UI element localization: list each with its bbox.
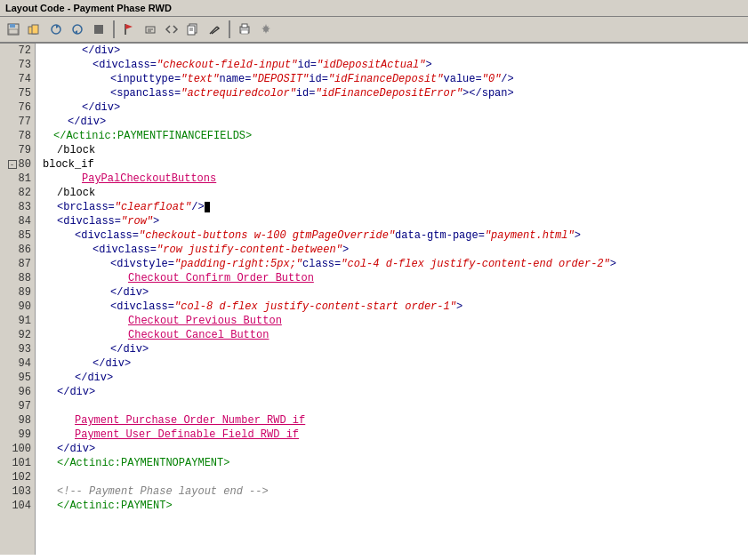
line-num-73: 73 [0, 58, 35, 72]
code-line-81: PayPalCheckoutButtons [36, 172, 748, 186]
val-value-74: "0" [482, 72, 502, 86]
save-button[interactable] [4, 20, 23, 39]
svg-marker-9 [125, 24, 133, 29]
attr-data-85: data-gtm-page= [395, 228, 485, 243]
val-class-90: "col-8 d-flex justify-content-start orde… [174, 300, 456, 314]
tag-div-close-93: </div> [110, 342, 149, 356]
title-bar: Layout Code - Payment Phase RWD [0, 0, 748, 17]
title-text: Layout Code - Payment Phase RWD [5, 3, 172, 13]
val-class-85: "checkout-buttons w-100 gtmPageOverride" [139, 228, 395, 243]
fold-icon-80[interactable]: - [8, 160, 17, 169]
line-num-84: 84 [0, 214, 35, 228]
code-line-101: </Actinic:PAYMENTNOPAYMENT> [36, 456, 748, 470]
val-id-75: "idFinanceDepositError" [315, 86, 462, 100]
svg-rect-4 [32, 25, 38, 34]
line-num-96: 96 [0, 385, 35, 399]
code-line-104: </Actinic:PAYMENT> [36, 499, 748, 513]
line-num-102: 102 [0, 470, 35, 484]
tag-close-75: ></span> [462, 86, 514, 100]
edit2-button[interactable] [162, 20, 181, 39]
separator-1 [113, 20, 115, 38]
line-numbers: 72 73 74 75 76 77 78 79 -80 81 82 83 84 … [0, 44, 36, 555]
print-button[interactable] [235, 20, 254, 39]
link-confirm-88[interactable]: Checkout Confirm Order Button [128, 271, 314, 285]
separator-2 [229, 20, 230, 38]
svg-rect-7 [94, 25, 103, 34]
line-num-75: 75 [0, 86, 35, 100]
val-class-86: "row justify-content-between" [157, 243, 342, 257]
flag-button[interactable] [119, 20, 139, 39]
code-line-82: /block [36, 186, 748, 200]
code-line-90: <div class="col-8 d-flex justify-content… [36, 300, 748, 314]
line-num-74: 74 [0, 72, 35, 86]
val-id-73: "idDepositActual" [317, 58, 425, 72]
attr-class-86: class= [118, 243, 157, 257]
code-line-93: </div> [36, 342, 748, 356]
val-data-85: "payment.html" [485, 228, 575, 243]
attr-class-75: class= [142, 86, 181, 100]
line-num-95: 95 [0, 371, 35, 385]
link-purchase-order-98[interactable]: Payment Purchase Order Number RWD if [75, 413, 305, 428]
link-previous-91[interactable]: Checkout Previous Button [128, 314, 282, 328]
step-button[interactable] [89, 20, 109, 39]
attr-id-73: id= [297, 58, 317, 72]
line-num-88: 88 [0, 271, 35, 285]
code-line-77: </div> [36, 115, 748, 129]
line-num-98: 98 [0, 413, 35, 428]
attr-id-74: id= [309, 72, 328, 86]
tag-div-close-76: </div> [82, 100, 120, 115]
edit1-button[interactable] [141, 20, 160, 39]
line-num-97: 97 [0, 399, 35, 413]
code-line-78: </Actinic:PAYMENTFINANCEFIELDS> [36, 129, 748, 143]
tag-selfclose-83: /> [191, 200, 204, 214]
actinic-nopayment-101: </Actinic:PAYMENTNOPAYMENT> [57, 456, 229, 470]
code-line-89: </div> [36, 285, 748, 300]
link-user-definable-99[interactable]: Payment User Definable Field RWD if [75, 428, 299, 442]
keyword-block-82: /block [57, 186, 95, 200]
line-num-99: 99 [0, 428, 35, 442]
attr-class-87: class= [302, 257, 341, 271]
comment-103: <!-- Payment Phase layout end --> [57, 484, 269, 499]
settings-button[interactable] [256, 20, 276, 39]
code-line-73: <div class="checkout-field-input" id="id… [36, 58, 748, 72]
line-num-104: 104 [0, 499, 35, 513]
line-num-80: -80 [0, 157, 35, 172]
line-num-94: 94 [0, 356, 35, 371]
svg-rect-19 [242, 24, 247, 28]
link-cancel-92[interactable]: Checkout Cancel Button [128, 328, 269, 342]
attr-class-83: class= [76, 200, 115, 214]
link-paypal-81[interactable]: PayPalCheckoutButtons [82, 172, 216, 186]
code-line-86: <div class="row justify-content-between"… [36, 243, 748, 257]
actinic-paymentfinancefields-78: </Actinic:PAYMENTFINANCEFIELDS> [53, 129, 252, 143]
tag-div-85: <div [75, 228, 101, 243]
line-num-100: 100 [0, 442, 35, 456]
code-line-72: </div> [36, 44, 748, 58]
code-line-97 [36, 399, 748, 413]
edit3-button[interactable] [183, 20, 203, 39]
code-line-100: </div> [36, 442, 748, 456]
line-num-92: 92 [0, 328, 35, 342]
tag-input-74: <input [110, 72, 149, 86]
open-button[interactable] [25, 20, 44, 39]
code-line-102 [36, 470, 748, 484]
tag-span-75: <span [110, 86, 142, 100]
attr-class-84: class= [83, 214, 121, 228]
keyword-block-79: /block [57, 143, 95, 157]
svg-rect-1 [10, 24, 15, 28]
line-num-86: 86 [0, 243, 35, 257]
attr-id-75: id= [296, 86, 316, 100]
edit4-button[interactable] [205, 20, 224, 39]
attr-class-85: class= [101, 228, 139, 243]
code-line-74: <input type="text" name="DEPOSIT" id="id… [36, 72, 748, 86]
tag-div-close-96: </div> [57, 385, 95, 399]
tag-div-87: <div [110, 257, 136, 271]
tag-selfclose-74: /> [501, 72, 513, 86]
refresh2-button[interactable] [68, 20, 87, 39]
code-line-79: /block [36, 143, 748, 157]
code-line-92: Checkout Cancel Button [36, 328, 748, 342]
attr-style-87: style= [136, 257, 174, 271]
tag-close-73: > [426, 58, 432, 72]
code-line-84: <div class="row" > [36, 214, 748, 228]
code-area: 72 73 74 75 76 77 78 79 -80 81 82 83 84 … [0, 44, 748, 555]
refresh1-button[interactable] [46, 20, 66, 39]
